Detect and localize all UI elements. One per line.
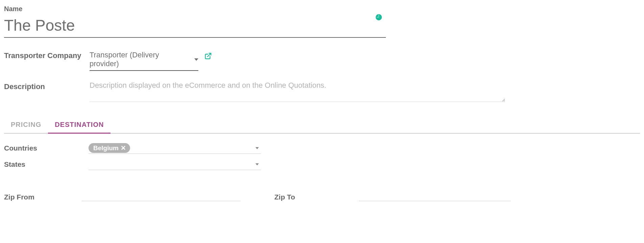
states-label: States [4,160,89,168]
description-row: Description [4,80,640,103]
transporter-row: Transporter Company Transporter (Deliver… [4,49,640,71]
tab-destination[interactable]: DESTINATION [48,117,110,134]
caret-down-icon [194,58,198,61]
name-input-wrap [4,14,386,38]
zip-from-block: Zip From [4,192,247,201]
caret-down-icon [255,163,259,165]
states-row: States [4,159,261,170]
description-label: Description [4,82,45,91]
states-field[interactable] [89,159,261,170]
tabs: PRICING DESTINATION [4,117,640,134]
zip-from-input[interactable] [82,192,241,201]
external-link-icon[interactable] [204,52,212,60]
tab-pricing[interactable]: PRICING [4,117,48,134]
countries-label: Countries [4,144,89,152]
caret-down-icon [255,147,259,149]
countries-row: Countries Belgium ✕ [4,142,261,154]
transporter-label: Transporter Company [4,51,81,60]
name-label: Name [4,5,640,13]
countries-field[interactable]: Belgium ✕ [89,142,261,154]
description-textarea[interactable] [90,80,505,102]
name-section: Name [4,5,640,38]
zip-to-block: Zip To [274,192,511,201]
country-tag-belgium[interactable]: Belgium ✕ [89,143,130,153]
globe-icon[interactable] [375,14,382,21]
zip-to-label: Zip To [274,193,359,201]
zip-row: Zip From Zip To [4,192,640,201]
zip-from-label: Zip From [4,193,82,201]
zip-to-input[interactable] [359,192,511,201]
transporter-value-text: Transporter (Delivery provider) [90,51,187,68]
transporter-select[interactable]: Transporter (Delivery provider) [90,49,198,71]
name-input[interactable] [4,14,386,37]
remove-tag-icon[interactable]: ✕ [121,144,126,152]
country-tag-label: Belgium [93,144,119,152]
svg-line-1 [208,53,211,57]
destination-panel: Countries Belgium ✕ States [4,142,640,175]
